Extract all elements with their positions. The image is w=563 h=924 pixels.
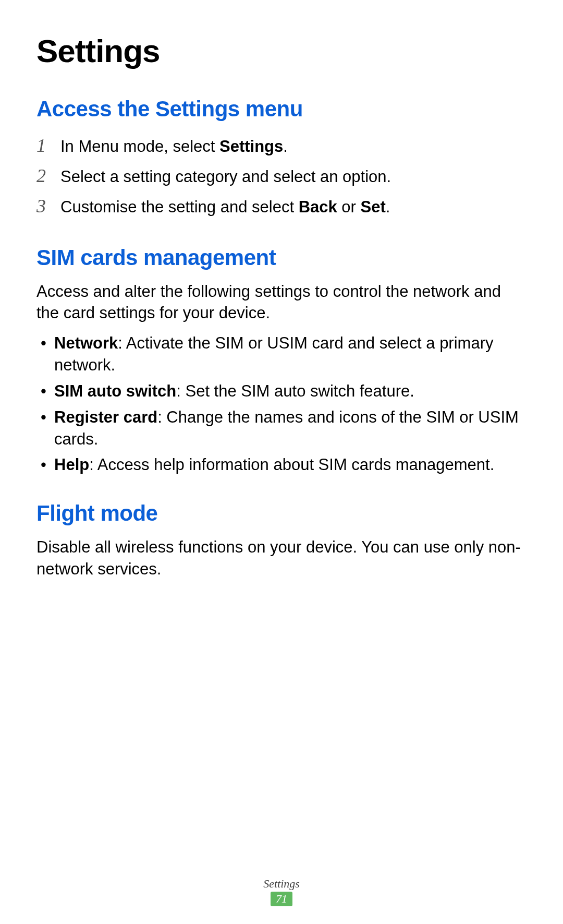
bullet-bold: Register card: [54, 408, 157, 426]
bullet-text: : Access help information about SIM card…: [89, 455, 494, 474]
section-sim-management: SIM cards management Access and alter th…: [36, 245, 527, 476]
steps-list: 1 In Menu mode, select Settings. 2 Selec…: [36, 132, 527, 220]
step-number: 2: [36, 162, 55, 189]
step-text-post: .: [283, 137, 288, 155]
bullet-bold: Help: [54, 455, 89, 474]
bullet-bold: Network: [54, 334, 118, 352]
step-text-bold: Settings: [219, 137, 283, 155]
sim-bullet-list: Network: Activate the SIM or USIM card a…: [36, 332, 527, 476]
list-item: Register card: Change the names and icon…: [36, 406, 527, 450]
step-item: 3 Customise the setting and select Back …: [36, 193, 527, 220]
step-text: Customise the setting and select Back or…: [60, 196, 527, 219]
step-text-pre: In Menu mode, select: [60, 137, 219, 155]
section-access-settings: Access the Settings menu 1 In Menu mode,…: [36, 97, 527, 220]
flight-intro-text: Disable all wireless functions on your d…: [36, 536, 527, 580]
step-text-bold2: Set: [361, 198, 386, 216]
heading-sim-management: SIM cards management: [36, 245, 527, 270]
bullet-text: : Activate the SIM or USIM card and sele…: [54, 334, 493, 374]
step-number: 3: [36, 193, 55, 220]
list-item: Network: Activate the SIM or USIM card a…: [36, 332, 527, 376]
step-item: 2 Select a setting category and select a…: [36, 162, 527, 189]
footer-section-label: Settings: [0, 877, 563, 891]
heading-flight-mode: Flight mode: [36, 501, 527, 526]
step-text-pre: Customise the setting and select: [60, 198, 299, 216]
list-item: Help: Access help information about SIM …: [36, 454, 527, 476]
sim-intro-text: Access and alter the following settings …: [36, 281, 527, 325]
page-title: Settings: [36, 32, 527, 69]
list-item: SIM auto switch: Set the SIM auto switch…: [36, 380, 527, 402]
step-text-bold: Back: [299, 198, 337, 216]
step-text: In Menu mode, select Settings.: [60, 135, 527, 159]
bullet-text: : Set the SIM auto switch feature.: [176, 382, 414, 400]
step-text: Select a setting category and select an …: [60, 165, 527, 189]
step-number: 1: [36, 132, 55, 159]
page-footer: Settings 71: [0, 877, 563, 906]
section-flight-mode: Flight mode Disable all wireless functio…: [36, 501, 527, 580]
step-text-post: .: [386, 198, 390, 216]
step-text-mid: or: [337, 198, 361, 216]
bullet-bold: SIM auto switch: [54, 382, 176, 400]
step-item: 1 In Menu mode, select Settings.: [36, 132, 527, 159]
footer-page-number: 71: [271, 892, 292, 906]
heading-access-settings: Access the Settings menu: [36, 97, 527, 122]
